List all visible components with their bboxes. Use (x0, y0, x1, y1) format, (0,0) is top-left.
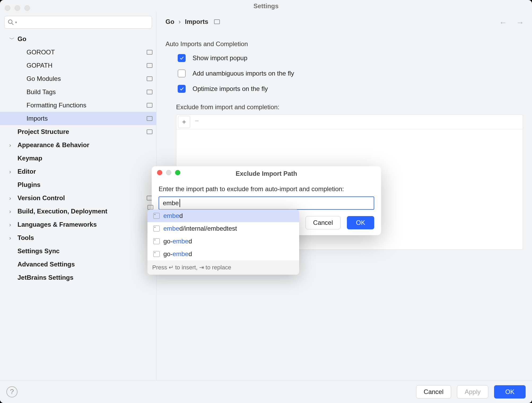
sidebar-item-build-tags[interactable]: Build Tags (0, 85, 156, 99)
text-caret (180, 199, 180, 207)
sidebar-item-editor[interactable]: ›Editor (0, 165, 156, 178)
exclude-toolbar (176, 115, 523, 129)
autocomplete-item[interactable]: embed/internal/embedtest (147, 222, 299, 235)
option-label: Show import popup (193, 54, 247, 62)
sidebar-item-appearance-behavior[interactable]: ›Appearance & Behavior (0, 138, 156, 152)
project-scope-icon (147, 50, 152, 55)
breadcrumb-root[interactable]: Go (165, 18, 174, 25)
section-heading: Auto Imports and Completion (165, 40, 523, 48)
sidebar-item-build-execution-deployment[interactable]: ›Build, Execution, Deployment (0, 205, 156, 218)
chevron-right-icon: › (9, 208, 11, 214)
checkbox[interactable] (178, 69, 186, 77)
sidebar-item-imports[interactable]: Imports (0, 112, 156, 125)
project-scope-icon (147, 63, 152, 68)
option-row: Optimize imports on the fly (178, 85, 523, 93)
sidebar-item-label: Build, Execution, Deployment (18, 208, 152, 215)
dialog-window-controls (157, 170, 180, 175)
autocomplete-text: go-embed (163, 238, 192, 245)
option-row: Add unambiguous imports on the fly (178, 69, 523, 77)
plus-icon (181, 119, 187, 125)
minus-icon (194, 118, 200, 124)
sidebar-item-advanced-settings[interactable]: Advanced Settings (0, 258, 156, 271)
sidebar-item-jetbrains-settings[interactable]: JetBrains Settings (0, 271, 156, 284)
sidebar-item-formatting-functions[interactable]: Formatting Functions (0, 99, 156, 112)
dialog-minimize-button[interactable] (166, 170, 171, 175)
breadcrumb: Go › Imports (165, 18, 523, 25)
cancel-button[interactable]: Cancel (416, 385, 451, 398)
sidebar-item-project-structure[interactable]: Project Structure (0, 125, 156, 138)
project-scope-icon (214, 19, 220, 24)
sidebar-item-label: Formatting Functions (27, 102, 147, 109)
remove-exclude-button[interactable] (191, 115, 203, 127)
autocomplete-popup: embedembed/internal/embedtestgo-embedgo-… (147, 209, 299, 275)
checkbox[interactable] (178, 85, 186, 93)
sidebar-item-label: Editor (18, 168, 152, 175)
import-path-value: embe (163, 199, 179, 207)
sidebar-item-go-modules[interactable]: Go Modules (0, 72, 156, 85)
checkbox[interactable] (178, 54, 186, 62)
sidebar-item-label: Project Structure (18, 128, 147, 135)
sidebar-item-label: Version Control (18, 194, 147, 202)
dialog-close-button[interactable] (157, 170, 162, 175)
dialog-ok-button[interactable]: OK (347, 216, 374, 229)
close-window-button[interactable] (5, 5, 10, 11)
sidebar-item-languages-frameworks[interactable]: ›Languages & Frameworks (0, 218, 156, 231)
ok-button[interactable]: OK (494, 385, 526, 398)
window-title: Settings (0, 0, 532, 12)
sidebar-item-version-control[interactable]: ›Version Control (0, 191, 156, 205)
sidebar-item-tools[interactable]: ›Tools (0, 231, 156, 244)
sidebar-item-label: GOROOT (27, 49, 147, 56)
apply-button[interactable]: Apply (457, 385, 488, 398)
options-group: Show import popupAdd unambiguous imports… (165, 54, 523, 93)
dialog-title: Exclude Import Path (152, 170, 381, 177)
sidebar-item-go[interactable]: ﹀Go (0, 32, 156, 46)
add-exclude-button[interactable] (178, 116, 190, 128)
autocomplete-item[interactable]: go-embed (147, 248, 299, 260)
sidebar-item-goroot[interactable]: GOROOT (0, 46, 156, 59)
chevron-right-icon: › (9, 195, 11, 201)
help-button[interactable]: ? (6, 386, 18, 397)
package-icon (153, 251, 160, 257)
autocomplete-text: embed/internal/embedtest (163, 225, 237, 232)
search-input[interactable]: ▾ (4, 16, 152, 29)
package-icon (153, 238, 160, 244)
minimize-window-button[interactable] (15, 5, 20, 11)
sidebar-item-label: Languages & Frameworks (18, 221, 152, 228)
maximize-window-button[interactable] (24, 5, 30, 11)
sidebar-item-gopath[interactable]: GOPATH (0, 59, 156, 72)
sidebar-item-label: Plugins (18, 181, 152, 189)
dialog-maximize-button[interactable] (175, 170, 180, 175)
search-icon (7, 19, 15, 26)
settings-window: Settings ▾ ﹀GoGOROOTGOPATHGo ModulesBuil… (0, 0, 532, 403)
chevron-right-icon: › (9, 235, 11, 241)
autocomplete-text: go-embed (163, 250, 192, 258)
import-path-input[interactable]: embe (159, 196, 374, 210)
dialog-footer: ? Cancel Apply OK (0, 380, 532, 403)
sidebar-item-plugins[interactable]: Plugins (0, 178, 156, 191)
settings-sidebar: ▾ ﹀GoGOROOTGOPATHGo ModulesBuild TagsFor… (0, 12, 156, 380)
sidebar-item-label: Settings Sync (18, 247, 152, 255)
sidebar-item-label: Go (18, 35, 152, 43)
sidebar-item-label: Advanced Settings (18, 261, 152, 268)
search-dropdown-icon[interactable]: ▾ (15, 20, 17, 24)
sidebar-item-label: Tools (18, 234, 152, 242)
autocomplete-item[interactable]: go-embed (147, 235, 299, 248)
chevron-right-icon: › (9, 142, 11, 148)
autocomplete-item[interactable]: embed (147, 209, 299, 222)
project-scope-icon (147, 116, 152, 121)
forward-button[interactable]: → (516, 18, 524, 27)
option-label: Optimize imports on the fly (193, 85, 268, 93)
package-icon (153, 213, 160, 219)
sidebar-item-settings-sync[interactable]: Settings Sync (0, 244, 156, 258)
autocomplete-hint: Press ↵ to insert, ⇥ to replace (147, 260, 299, 275)
package-icon (153, 226, 160, 231)
sidebar-item-label: GOPATH (27, 62, 147, 69)
sidebar-item-label: Imports (27, 115, 147, 122)
sidebar-item-label: JetBrains Settings (18, 274, 152, 281)
sidebar-item-keymap[interactable]: Keymap (0, 152, 156, 165)
sidebar-item-label: Go Modules (27, 75, 147, 82)
project-scope-icon (147, 129, 152, 134)
back-button[interactable]: ← (499, 18, 507, 27)
svg-line-1 (12, 23, 14, 25)
dialog-cancel-button[interactable]: Cancel (306, 216, 341, 229)
